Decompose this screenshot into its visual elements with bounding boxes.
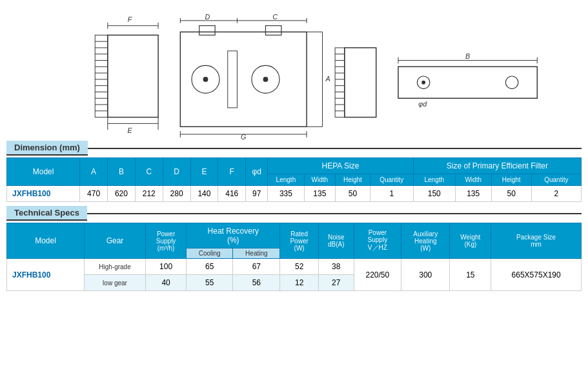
svg-text:G: G: [241, 133, 246, 141]
hepa-length: 335: [268, 186, 304, 202]
tech-col-noise: NoisedB(A): [318, 223, 354, 259]
tech-power-v: 220/50: [354, 259, 401, 291]
dimension-section-title: Dimension (mm): [6, 141, 88, 156]
heat-cooling-header: Cooling: [187, 248, 233, 259]
dim-col-b: B: [107, 158, 135, 186]
tech-col-rated-power: RatedPower(W): [280, 223, 318, 259]
svg-rect-29: [228, 51, 238, 108]
dim-col-phid: φd: [246, 158, 268, 186]
page-container: E F A: [0, 0, 588, 300]
svg-point-60: [505, 76, 518, 89]
dim-a: 470: [80, 186, 108, 202]
filter-qty: 2: [531, 186, 581, 202]
svg-text:D: D: [205, 13, 210, 21]
tech-cooling-2: 55: [187, 275, 233, 291]
dim-col-c: C: [135, 158, 163, 186]
dim-col-hepa: HEPA Size: [268, 158, 414, 174]
tech-col-heat-recovery: Heat Recovery(%): [187, 223, 280, 248]
svg-rect-22: [180, 32, 307, 127]
svg-rect-45: [345, 48, 376, 117]
hepa-qty-header: Quantity: [370, 174, 413, 186]
tech-weight: 15: [450, 259, 491, 291]
tech-rated-2: 12: [280, 275, 318, 291]
svg-rect-56: [335, 48, 345, 117]
svg-text:φd: φd: [418, 100, 427, 108]
tech-col-model: Model: [7, 223, 85, 259]
tech-col-aux-heating: AuxiliaryHeating(W): [401, 223, 450, 259]
filter-height-header: Height: [491, 174, 531, 186]
svg-point-59: [421, 81, 425, 85]
svg-rect-57: [398, 66, 537, 98]
filter-width: 135: [455, 186, 491, 202]
dimension-table: Model A B C D E F φd HEPA Size Size of P…: [6, 157, 582, 202]
dim-model: JXFHB100: [7, 186, 80, 202]
dim-f: 416: [218, 186, 246, 202]
technical-table-wrapper: Technical Specs Model Gear PowerSupply(m…: [6, 206, 582, 291]
tech-col-weight: Weight(Kg): [450, 223, 491, 259]
technical-section-title: Technical Specs: [6, 206, 87, 221]
tech-heating-2: 56: [233, 275, 280, 291]
hepa-height: 50: [336, 186, 370, 202]
dim-d: 280: [163, 186, 190, 202]
svg-rect-23: [199, 26, 215, 35]
tech-heating-1: 67: [233, 259, 280, 275]
tech-row-high-grade: JXFHB100 High-grade 100 65 67 52 38 220/…: [7, 259, 582, 275]
svg-text:B: B: [465, 52, 470, 60]
dim-row-jxfhb100: JXFHB100 470 620 212 280 140 416 97 335 …: [7, 186, 582, 202]
filter-length-header: Length: [413, 174, 455, 186]
svg-point-28: [263, 77, 269, 82]
tech-aux: 300: [401, 259, 450, 291]
dim-col-e: E: [190, 158, 218, 186]
dimension-table-wrapper: Dimension (mm) Model A B C D E F φd HEPA…: [6, 141, 582, 202]
tech-power-2: 40: [145, 275, 186, 291]
tech-col-power-supply: PowerSupply(m³/h): [145, 223, 186, 259]
heat-heating-header: Heating: [233, 248, 280, 259]
technical-diagram: E F A: [13, 12, 575, 141]
tech-cooling-1: 65: [187, 259, 233, 275]
dim-col-d: D: [163, 158, 190, 186]
svg-rect-24: [265, 26, 281, 35]
svg-point-26: [203, 77, 208, 82]
tech-noise-2: 27: [318, 275, 354, 291]
tech-package: 665X575X190: [491, 259, 582, 291]
filter-width-header: Width: [455, 174, 491, 186]
dim-col-a: A: [80, 158, 108, 186]
dim-c: 212: [135, 186, 163, 202]
dim-col-model: Model: [7, 158, 80, 186]
dim-col-f: F: [218, 158, 246, 186]
tech-col-power-v: PowerSupplyV／HZ: [354, 223, 401, 259]
tech-col-package: Package Sizemm: [491, 223, 582, 259]
tech-col-gear: Gear: [85, 223, 146, 259]
hepa-width-header: Width: [304, 174, 335, 186]
diagram-area: E F A: [6, 5, 582, 141]
technical-table: Model Gear PowerSupply(m³/h) Heat Recove…: [6, 223, 582, 291]
svg-text:E: E: [127, 127, 132, 134]
svg-text:F: F: [128, 15, 133, 23]
filter-height: 50: [491, 186, 531, 202]
hepa-width: 135: [304, 186, 335, 202]
tech-rated-1: 52: [280, 259, 318, 275]
tech-gear-1: High-grade: [85, 259, 146, 275]
tech-gear-2: low gear: [85, 275, 146, 291]
svg-rect-0: [108, 35, 158, 117]
dim-col-filter: Size of Primary Efficient Filter: [413, 158, 581, 174]
tech-power-1: 100: [145, 259, 186, 275]
filter-qty-header: Quantity: [531, 174, 581, 186]
dim-b: 620: [107, 186, 135, 202]
hepa-length-header: Length: [268, 174, 304, 186]
hepa-qty: 1: [370, 186, 413, 202]
svg-text:A: A: [325, 75, 330, 83]
tech-model: JXFHB100: [7, 259, 85, 291]
tech-noise-1: 38: [318, 259, 354, 275]
dim-phid: 97: [246, 186, 268, 202]
hepa-height-header: Height: [336, 174, 370, 186]
dim-e: 140: [190, 186, 218, 202]
filter-length: 150: [413, 186, 455, 202]
svg-text:C: C: [272, 13, 278, 21]
